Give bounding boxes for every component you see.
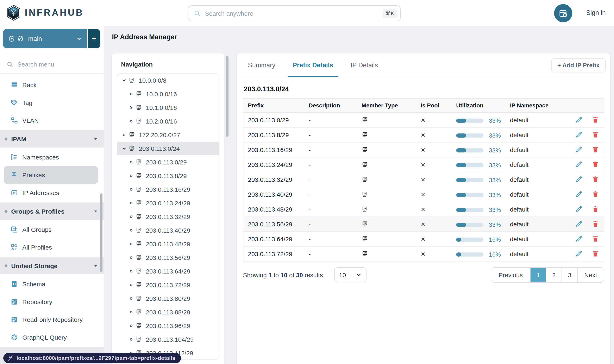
tree-item-172-20-20-0-27[interactable]: IP 172.20.20.0/27 bbox=[117, 128, 219, 142]
sidebar-section-unified-storage[interactable]: Unified Storage bbox=[0, 257, 104, 274]
page-button-1[interactable]: 1 bbox=[530, 268, 546, 282]
tree-expander-icon[interactable] bbox=[127, 310, 135, 314]
sidebar-item-prefixes[interactable]: IP Prefixes bbox=[4, 166, 98, 184]
tree-expander-icon[interactable] bbox=[127, 296, 135, 301]
tree-expander-icon[interactable] bbox=[127, 242, 135, 246]
delete-button[interactable] bbox=[592, 175, 599, 182]
delete-button[interactable] bbox=[592, 220, 599, 227]
tree-expander-icon[interactable] bbox=[120, 78, 128, 83]
prefix-cell[interactable]: 203.0.113.40/29 bbox=[243, 187, 304, 202]
prefix-cell[interactable]: 203.0.113.56/29 bbox=[243, 217, 304, 232]
sidebar-item-rack[interactable]: Rack bbox=[4, 76, 98, 94]
tree-expander-icon[interactable] bbox=[127, 337, 135, 342]
tree-item-203-0-113-32-29[interactable]: IP 203.0.113.32/29 bbox=[117, 210, 219, 223]
page-size-select[interactable]: 10 bbox=[334, 267, 366, 282]
edit-button[interactable] bbox=[575, 146, 583, 153]
edit-button[interactable] bbox=[575, 235, 583, 242]
tree-expander-icon[interactable] bbox=[127, 105, 135, 110]
tab-prefix-details[interactable]: Prefix Details bbox=[284, 53, 342, 77]
time-travel-button[interactable] bbox=[554, 4, 572, 22]
edit-button[interactable] bbox=[575, 131, 583, 138]
edit-button[interactable] bbox=[575, 116, 583, 123]
tree-expander-icon[interactable] bbox=[127, 283, 135, 287]
delete-button[interactable] bbox=[592, 131, 599, 138]
tree-item-203-0-113-56-29[interactable]: IP 203.0.113.56/29 bbox=[117, 251, 219, 264]
sign-in-link[interactable]: Sign in bbox=[586, 9, 606, 16]
page-button-3[interactable]: 3 bbox=[562, 268, 577, 282]
delete-button[interactable] bbox=[592, 250, 599, 257]
prefix-cell[interactable]: 203.0.113.64/29 bbox=[243, 232, 304, 247]
sidebar-section-ipam[interactable]: IPAM bbox=[0, 130, 104, 147]
delete-button[interactable] bbox=[592, 146, 599, 153]
sidebar-item-vlan[interactable]: VLAN bbox=[4, 112, 98, 129]
tree-item-203-0-113-88-29[interactable]: IP 203.0.113.88/29 bbox=[117, 305, 219, 319]
delete-button[interactable] bbox=[592, 160, 599, 168]
delete-button[interactable] bbox=[592, 190, 599, 197]
prefix-cell[interactable]: 203.0.113.0/29 bbox=[243, 113, 304, 128]
sidebar-item-all-groups[interactable]: All Groups bbox=[4, 221, 98, 238]
tree-expander-icon[interactable] bbox=[120, 146, 128, 151]
sidebar-item-repository[interactable]: Repository bbox=[4, 293, 98, 311]
menu-search-input[interactable]: Search menu bbox=[0, 55, 104, 74]
delete-button[interactable] bbox=[592, 205, 599, 212]
branch-selector[interactable]: main bbox=[3, 29, 87, 48]
tree-item-203-0-113-48-29[interactable]: IP 203.0.113.48/29 bbox=[117, 237, 219, 251]
tree-expander-icon[interactable] bbox=[127, 269, 135, 273]
tree-item-203-0-113-80-29[interactable]: IP 203.0.113.80/29 bbox=[117, 292, 219, 305]
tree-item-203-0-113-72-29[interactable]: IP 203.0.113.72/29 bbox=[117, 278, 219, 292]
tree-item-10-0-0-0-8[interactable]: IP 10.0.0.0/8 bbox=[117, 74, 219, 87]
prefix-cell[interactable]: 203.0.113.24/29 bbox=[243, 157, 304, 172]
previous-page-button[interactable]: Previous bbox=[491, 268, 530, 282]
tree-item-203-0-113-0-24[interactable]: IP 203.0.113.0/24 bbox=[117, 142, 219, 155]
edit-button[interactable] bbox=[575, 250, 583, 257]
tree-item-203-0-113-16-29[interactable]: IP 203.0.113.16/29 bbox=[117, 183, 219, 196]
tree-expander-icon[interactable] bbox=[127, 187, 135, 192]
sidebar-item-tag[interactable]: Tag bbox=[4, 94, 98, 112]
tab-summary[interactable]: Summary bbox=[239, 53, 284, 77]
edit-button[interactable] bbox=[575, 205, 583, 212]
next-page-button[interactable]: Next bbox=[577, 268, 604, 282]
prefix-cell[interactable]: 203.0.113.48/29 bbox=[243, 202, 304, 217]
tree-item-203-0-113-96-29[interactable]: IP 203.0.113.96/29 bbox=[117, 319, 219, 333]
tree-item-203-0-113-104-29[interactable]: IP 203.0.113.104/29 bbox=[117, 333, 219, 346]
edit-button[interactable] bbox=[575, 220, 583, 227]
add-ip-prefix-button[interactable]: + Add IP Prefix bbox=[551, 58, 606, 72]
tree-expander-icon[interactable] bbox=[127, 119, 135, 124]
brand[interactable]: INFRAHUB bbox=[6, 5, 84, 21]
tree-expander-icon[interactable] bbox=[127, 92, 135, 96]
sidebar-item-namespaces[interactable]: Namespaces bbox=[4, 148, 98, 166]
edit-button[interactable] bbox=[575, 160, 583, 168]
tree-item-203-0-113-40-29[interactable]: IP 203.0.113.40/29 bbox=[117, 223, 219, 237]
tree-expander-icon[interactable] bbox=[127, 255, 135, 260]
tree-expander-icon[interactable] bbox=[127, 173, 135, 178]
sidebar-item-graphql-query[interactable]: GraphQL Query bbox=[4, 328, 98, 346]
navigation-scrollbar[interactable] bbox=[226, 56, 228, 137]
edit-button[interactable] bbox=[575, 175, 583, 182]
tree-item-203-0-113-0-29[interactable]: IP 203.0.113.0/29 bbox=[117, 155, 219, 169]
sidebar-section-groups-profiles[interactable]: Groups & Profiles bbox=[0, 202, 104, 220]
prefix-cell[interactable]: 203.0.113.72/29 bbox=[243, 247, 304, 261]
tree-expander-icon[interactable] bbox=[127, 160, 135, 164]
prefix-cell[interactable]: 203.0.113.32/29 bbox=[243, 172, 304, 187]
sidebar-item-read-only-repository[interactable]: Read-only Repository bbox=[4, 311, 98, 328]
prefix-cell[interactable]: 203.0.113.16/29 bbox=[243, 142, 304, 157]
add-branch-button[interactable]: + bbox=[88, 29, 100, 48]
tree-expander-icon[interactable] bbox=[127, 324, 135, 328]
edit-button[interactable] bbox=[575, 190, 583, 197]
sidebar-item-schema[interactable]: Schema bbox=[4, 275, 98, 293]
tree-expander-icon[interactable] bbox=[120, 133, 128, 137]
tree-item-203-0-113-8-29[interactable]: IP 203.0.113.8/29 bbox=[117, 169, 219, 183]
tree-item-10-2-0-0-16[interactable]: IP 10.2.0.0/16 bbox=[117, 115, 219, 128]
tree-expander-icon[interactable] bbox=[127, 228, 135, 233]
tree-expander-icon[interactable] bbox=[127, 214, 135, 219]
prefix-cell[interactable]: 203.0.113.8/29 bbox=[243, 128, 304, 142]
tree-item-203-0-113-64-29[interactable]: IP 203.0.113.64/29 bbox=[117, 264, 219, 278]
tree-item-10-0-0-0-16[interactable]: IP 10.0.0.0/16 bbox=[117, 87, 219, 101]
tree-item-10-1-0-0-16[interactable]: IP 10.1.0.0/16 bbox=[117, 101, 219, 115]
delete-button[interactable] bbox=[592, 116, 599, 123]
sidebar-item-all-profiles[interactable]: All Profiles bbox=[4, 238, 98, 256]
sidebar-scrollbar[interactable] bbox=[100, 193, 103, 272]
tree-item-203-0-113-24-29[interactable]: IP 203.0.113.24/29 bbox=[117, 196, 219, 210]
delete-button[interactable] bbox=[592, 235, 599, 242]
tree-expander-icon[interactable] bbox=[127, 201, 135, 205]
